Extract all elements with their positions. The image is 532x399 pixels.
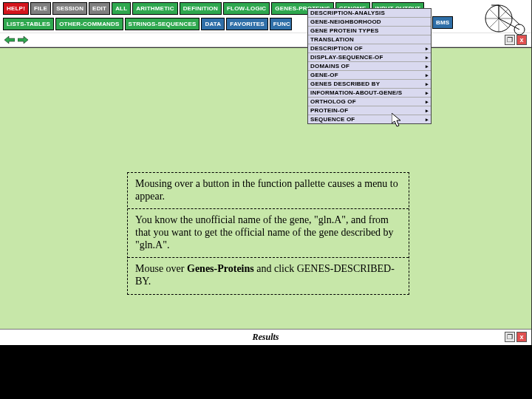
other-commands-button[interactable]: OTHER-COMMANDS bbox=[55, 18, 123, 30]
back-arrow-icon[interactable] bbox=[4, 36, 15, 44]
tip-paragraph-2: You know the unofficial name of the gene… bbox=[128, 209, 409, 258]
svg-line-13 bbox=[489, 18, 499, 28]
session-button[interactable]: SESSION bbox=[52, 2, 87, 15]
genes-proteins-dropdown: DESCRIPTION-ANALYSIS GENE-NEIGHBORHOOD G… bbox=[307, 8, 432, 124]
strings-sequences-button[interactable]: STRINGS-SEQUENCES bbox=[125, 18, 200, 30]
tip-paragraph-1: Mousing over a button in the function pa… bbox=[128, 173, 409, 209]
definition-button[interactable]: DEFINITION bbox=[180, 2, 222, 15]
dd-domains-of[interactable]: DOMAINS OF▸ bbox=[308, 62, 431, 71]
dd-ortholog-of[interactable]: ORTHOLOG OF▸ bbox=[308, 98, 431, 106]
svg-line-11 bbox=[489, 9, 499, 18]
instruction-box: Mousing over a button in the function pa… bbox=[127, 172, 409, 295]
flow-logic-button[interactable]: FLOW-LOGIC bbox=[223, 2, 270, 15]
svg-line-4 bbox=[499, 18, 519, 30]
dd-display-sequence-of[interactable]: DISPLAY-SEQUENCE-OF▸ bbox=[308, 53, 431, 62]
bicycle-logo bbox=[484, 0, 528, 37]
dd-genes-described-by[interactable]: GENES DESCRIBED BY▸ bbox=[308, 80, 431, 89]
data-button[interactable]: DATA bbox=[201, 18, 225, 30]
svg-line-12 bbox=[499, 9, 508, 18]
dd-gene-neighborhood[interactable]: GENE-NEIGHBORHOOD bbox=[308, 18, 431, 27]
dd-description-analysis[interactable]: DESCRIPTION-ANALYSIS bbox=[308, 9, 431, 18]
svg-line-10 bbox=[499, 18, 508, 28]
results-bar: Results ❐ x bbox=[0, 329, 531, 345]
toolbar: HELP! FILE SESSION EDIT ALL ARITHMETIC D… bbox=[0, 0, 531, 33]
edit-button[interactable]: EDIT bbox=[89, 2, 110, 15]
svg-marker-14 bbox=[4, 36, 15, 44]
tip-paragraph-3: Mouse over Genes-Proteins and click GENE… bbox=[128, 258, 409, 293]
hidden-tail-button[interactable]: BMS bbox=[432, 16, 453, 29]
favorites-button[interactable]: FAVORITES bbox=[226, 18, 268, 30]
file-button[interactable]: FILE bbox=[30, 2, 51, 15]
lists-tables-button[interactable]: LISTS-TABLES bbox=[3, 18, 54, 30]
dd-information-about-genes[interactable]: INFORMATION-ABOUT-GENE/S▸ bbox=[308, 89, 431, 98]
nav-row: ❐ x bbox=[0, 33, 531, 47]
restore-window-button[interactable]: ❐ bbox=[505, 35, 515, 45]
forward-arrow-icon[interactable] bbox=[18, 36, 28, 44]
dd-protein-of[interactable]: PROTEIN-OF▸ bbox=[308, 106, 431, 115]
help-button[interactable]: HELP! bbox=[3, 2, 29, 15]
dd-gene-protein-types[interactable]: GENE PROTEIN TYPES bbox=[308, 27, 431, 35]
all-button[interactable]: ALL bbox=[112, 2, 131, 15]
workspace-panel: DESCRIPTION-ANALYSIS GENE-NEIGHBORHOOD G… bbox=[0, 47, 531, 329]
results-close-button[interactable]: x bbox=[516, 332, 527, 342]
svg-marker-15 bbox=[18, 36, 28, 44]
mouse-cursor-icon bbox=[392, 113, 403, 128]
dd-sequence-of[interactable]: SEQUENCE OF▸ bbox=[308, 115, 431, 123]
arithmetic-button[interactable]: ARITHMETIC bbox=[132, 2, 177, 15]
results-title: Results bbox=[252, 332, 279, 343]
dd-gene-of[interactable]: GENE-OF▸ bbox=[308, 71, 431, 80]
dd-description-of[interactable]: DESCRIPTION OF▸ bbox=[308, 44, 431, 53]
dd-translation[interactable]: TRANSLATION bbox=[308, 35, 431, 44]
functions-button-partial[interactable]: FUNC bbox=[270, 18, 292, 30]
results-restore-button[interactable]: ❐ bbox=[505, 332, 515, 342]
close-window-button[interactable]: x bbox=[516, 35, 527, 45]
svg-marker-16 bbox=[392, 113, 400, 126]
